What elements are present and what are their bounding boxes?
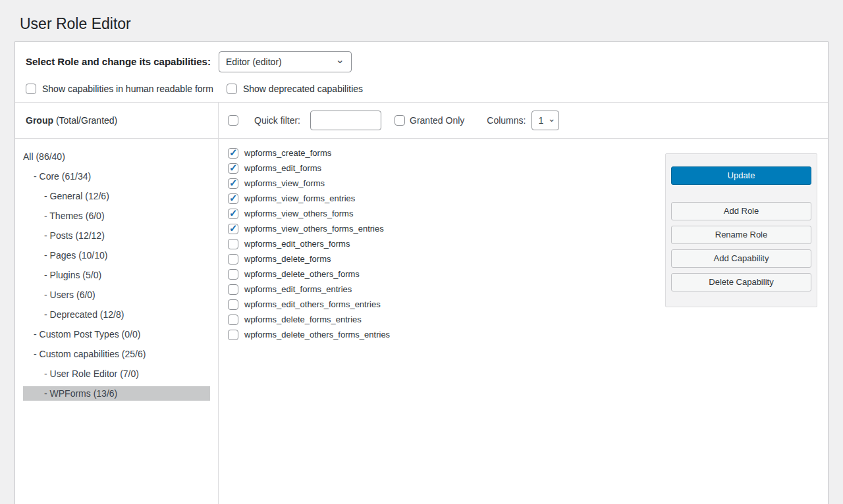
top-section: Select Role and change its capabilities:…: [15, 42, 828, 102]
add-capability-button[interactable]: Add Capability: [671, 249, 811, 268]
granted-only-checkbox[interactable]: [394, 115, 405, 126]
select-all-checkbox[interactable]: [228, 115, 238, 126]
columns-select[interactable]: 1: [531, 111, 559, 130]
group-item[interactable]: - Plugins (5/0): [23, 268, 210, 282]
capabilities-list: wpforms_create_formswpforms_edit_formswp…: [228, 148, 665, 345]
capability-checkbox[interactable]: [228, 148, 238, 159]
capability-checkbox[interactable]: [228, 315, 238, 325]
group-item[interactable]: - Pages (10/10): [23, 248, 210, 263]
actions-panel: Update Add Role Rename Role Add Capabili…: [665, 153, 817, 307]
capability-label: wpforms_view_forms_entries: [244, 193, 355, 203]
capability-row: wpforms_create_forms: [228, 148, 665, 159]
deprecated-label: Show deprecated capabilities: [243, 84, 363, 94]
capability-label: wpforms_delete_others_forms: [244, 269, 360, 279]
filter-bar: Quick filter: Granted Only Columns: 1: [219, 103, 828, 139]
capability-row: wpforms_delete_forms: [228, 254, 665, 265]
rename-role-button[interactable]: Rename Role: [671, 226, 811, 244]
groups-column: Group (Total/Granted) All (86/40)- Core …: [15, 103, 219, 504]
capability-checkbox[interactable]: [228, 209, 238, 219]
group-item[interactable]: - Posts (12/12): [23, 228, 210, 243]
capability-row: wpforms_view_others_forms: [228, 209, 665, 219]
options-row: Show capabilities in human readable form…: [26, 84, 817, 95]
add-role-button[interactable]: Add Role: [671, 202, 811, 220]
capability-label: wpforms_edit_forms_entries: [244, 284, 352, 294]
group-header-bold: Group: [26, 115, 53, 126]
capability-checkbox[interactable]: [228, 178, 238, 189]
user-role-editor-panel: Select Role and change its capabilities:…: [14, 41, 829, 504]
capability-row: wpforms_edit_forms: [228, 163, 665, 174]
capability-row: wpforms_delete_forms_entries: [228, 315, 665, 325]
granted-only-label: Granted Only: [410, 115, 464, 126]
capability-row: wpforms_delete_others_forms: [228, 269, 665, 280]
delete-capability-button[interactable]: Delete Capability: [671, 273, 811, 291]
group-header: Group (Total/Granted): [15, 103, 218, 139]
human-readable-label: Show capabilities in human readable form: [42, 84, 213, 94]
role-row: Select Role and change its capabilities:…: [26, 51, 817, 72]
capability-row: wpforms_edit_others_forms_entries: [228, 299, 665, 310]
capability-row: wpforms_view_forms: [228, 178, 665, 189]
group-item[interactable]: - WPForms (13/6): [23, 386, 210, 401]
capability-label: wpforms_delete_others_forms_entries: [244, 330, 390, 340]
columns-label: Columns:: [487, 115, 526, 126]
capability-checkbox[interactable]: [228, 193, 238, 204]
group-item[interactable]: - Deprecated (12/8): [23, 307, 210, 322]
content-row: wpforms_create_formswpforms_edit_formswp…: [219, 139, 828, 504]
group-item[interactable]: - Custom capabilities (25/6): [23, 347, 210, 361]
main-column: Quick filter: Granted Only Columns: 1 wp…: [219, 103, 828, 504]
group-item[interactable]: - General (12/6): [23, 189, 210, 203]
capability-checkbox[interactable]: [228, 299, 238, 310]
capability-row: wpforms_edit_others_forms: [228, 239, 665, 249]
capability-checkbox[interactable]: [228, 284, 238, 295]
group-item[interactable]: - Themes (6/0): [23, 209, 210, 223]
human-readable-option: Show capabilities in human readable form: [26, 84, 213, 94]
role-select[interactable]: Editor (editor): [219, 51, 352, 72]
capability-checkbox[interactable]: [228, 224, 238, 234]
quick-filter-label: Quick filter:: [254, 115, 300, 126]
role-select-wrap: Editor (editor): [219, 51, 352, 72]
capability-label: wpforms_edit_others_forms_entries: [244, 299, 381, 309]
deprecated-checkbox[interactable]: [227, 84, 237, 94]
columns-select-wrap: 1: [531, 111, 559, 130]
capability-checkbox[interactable]: [228, 330, 238, 340]
group-item[interactable]: - Custom Post Types (0/0): [23, 327, 210, 341]
group-item[interactable]: - Core (61/34): [23, 169, 210, 184]
page-title: User Role Editor: [0, 0, 843, 41]
capability-checkbox[interactable]: [228, 239, 238, 249]
capability-checkbox[interactable]: [228, 163, 238, 174]
update-button[interactable]: Update: [671, 166, 811, 185]
capability-row: wpforms_edit_forms_entries: [228, 284, 665, 295]
group-item[interactable]: - Users (6/0): [23, 288, 210, 302]
quick-filter-input[interactable]: [310, 111, 381, 130]
capability-label: wpforms_view_forms: [244, 178, 325, 188]
group-item[interactable]: - User Role Editor (7/0): [23, 366, 210, 381]
group-item[interactable]: All (86/40): [23, 149, 210, 164]
deprecated-option: Show deprecated capabilities: [227, 84, 363, 94]
capability-label: wpforms_view_others_forms: [244, 209, 353, 218]
human-readable-checkbox[interactable]: [26, 84, 36, 94]
capability-checkbox[interactable]: [228, 269, 238, 280]
capability-label: wpforms_create_forms: [244, 148, 331, 158]
select-role-label: Select Role and change its capabilities:: [26, 56, 211, 67]
capability-label: wpforms_delete_forms: [244, 254, 331, 264]
capability-label: wpforms_edit_forms: [244, 163, 321, 173]
body-wrap: Group (Total/Granted) All (86/40)- Core …: [15, 102, 828, 504]
group-header-rest: (Total/Granted): [53, 115, 117, 126]
groups-tree: All (86/40)- Core (61/34)- General (12/6…: [15, 139, 218, 406]
capability-row: wpforms_view_forms_entries: [228, 193, 665, 204]
capability-label: wpforms_view_others_forms_entries: [244, 224, 384, 234]
capability-label: wpforms_delete_forms_entries: [244, 315, 362, 324]
capability-row: wpforms_delete_others_forms_entries: [228, 330, 665, 340]
capability-row: wpforms_view_others_forms_entries: [228, 224, 665, 234]
capability-label: wpforms_edit_others_forms: [244, 239, 350, 249]
capability-checkbox[interactable]: [228, 254, 238, 265]
